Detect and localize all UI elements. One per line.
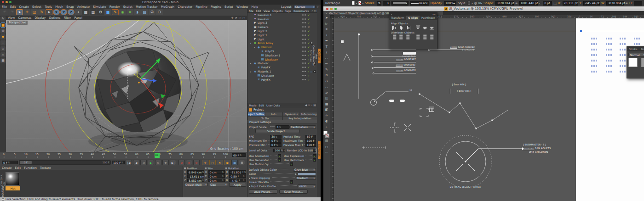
lasso-tool-icon[interactable]: ≀ [324,33,330,39]
dropdown[interactable]: sRGB▾ [298,184,316,188]
stepper-icon[interactable]: ⇅ [279,126,281,128]
selection-tool-icon[interactable]: ➤ [324,15,330,21]
align-top-icon[interactable] [416,26,420,30]
w-field[interactable]: 3070.904 pt [606,1,624,6]
enable-toggles[interactable] [302,26,307,28]
twirl-icon[interactable]: ▸ [249,176,250,179]
viewport-zoom-icon[interactable]: ◱ [239,16,242,19]
enable-toggles[interactable] [302,39,307,40]
polygons-mode-icon[interactable]: △ [0,52,6,57]
blend-mode-select[interactable]: Normal▾ [628,53,644,56]
shape-width-field[interactable]: 3070.914 pt [495,1,514,6]
om-menu-view[interactable]: View [264,9,270,12]
menu-item-animate[interactable]: Animate [77,5,90,9]
stepper-icon[interactable]: ⇅ [276,140,278,142]
menu-item-motion-tracker[interactable]: Motion Tracker [136,5,158,9]
object-row-displacer[interactable]: ▤Displacer✓ [247,73,321,78]
apply-button[interactable]: Apply [229,183,246,187]
rotate-tool-icon[interactable]: ↻ [324,73,330,78]
make-editable-icon[interactable]: ✎ [0,17,6,22]
stepper-icon[interactable]: ⇅ [284,149,286,152]
guide-line[interactable] [334,31,644,31]
vertical-ruler[interactable] [330,18,334,201]
goto-end-button[interactable]: ▶| [170,160,176,165]
object-row-polyfx[interactable]: ✳PolyFX✓ [247,65,321,69]
horizontal-ruler[interactable]: 8287927567206846486125765405044684323963… [334,15,644,18]
checkbox[interactable]: ✓ [278,154,281,157]
document-setup-icon[interactable]: ◍ [474,1,477,5]
om-search-icon[interactable]: ⌕ [311,9,313,12]
enabled-check[interactable]: ✓ [307,41,310,45]
range-handle[interactable]: 0 F [20,161,32,164]
preferences-icon[interactable]: ⊞▾ [478,1,482,5]
stepper-icon[interactable]: ⇅ [276,135,277,138]
mask-thumbnail[interactable] [641,58,644,67]
link-icon[interactable]: ∞ [625,1,628,5]
object-row-polyfx[interactable]: ✳PolyFX✓ [247,78,321,82]
enabled-check[interactable]: ✕ [307,25,310,28]
stepper-icon[interactable]: ⇅ [222,171,224,173]
object-row-light-2[interactable]: ◤Light.2✓ [247,29,321,33]
value-field[interactable]: -4.41 °⇅ [229,179,246,182]
side-tab-structure[interactable]: Structure [310,47,312,65]
object-row-random-1[interactable]: ✦Random.1✓ [247,13,321,17]
enable-toggles[interactable] [302,50,307,52]
x-field[interactable]: 20.111 pt [563,1,578,6]
align-v-center-icon[interactable] [423,26,427,30]
align-h-center-icon[interactable] [399,26,403,30]
attr-lock-icon[interactable]: ⚿ [308,103,310,107]
simulate-icon[interactable]: ❋ [126,9,133,15]
record-scale-button[interactable]: ⊘ [186,160,192,165]
pen-tool-icon[interactable]: ✒ [324,38,330,44]
distribute-h-center-icon[interactable] [423,35,427,39]
checkbox[interactable]: ✓ [290,162,293,166]
object-thumbnail[interactable] [628,58,638,67]
volume-icon[interactable]: ◗ [134,9,141,15]
close-button[interactable] [2,1,4,3]
value-field[interactable]: 6.845 cm⇅ [187,170,204,174]
viewport-menu-filter[interactable]: Filter [63,16,71,20]
stroke-weight-stepper[interactable]: ⇅ [377,1,381,6]
side-tab-objects[interactable]: Objects [318,49,321,64]
shape-height-field[interactable]: 1801.448 pt [519,1,538,6]
ai-titlebar[interactable]: Ai UI_Vectors.ai @ 153.15% (CMYK/GPU Pre… [323,6,644,11]
points-mode-icon[interactable]: ∴ [0,40,6,45]
object-row-platonic-1[interactable]: ▸◈Platonic.1✓∷ [247,69,321,73]
timeline-options-button[interactable]: ☰ [239,160,245,165]
texture-tag[interactable] [313,70,316,73]
viewport-maximize-icon[interactable]: ▢ [242,16,245,19]
attr-search-icon[interactable]: ⌕ [311,103,312,107]
viewport-menu-display[interactable]: Display [34,16,46,20]
object-row-camera[interactable]: ▣Camera✕ [247,25,321,29]
object-row-light[interactable]: ◤Light✓ [247,37,321,41]
enabled-check[interactable]: ✓ [307,66,310,69]
enable-toggles[interactable] [302,75,307,76]
zoom-button[interactable] [334,8,337,10]
enable-toggles[interactable] [302,14,307,16]
menu-item-sculpt[interactable]: Sculpt [123,5,132,9]
stroke-swatch[interactable] [358,1,361,5]
panel-tab-transform[interactable]: Transform [389,16,406,20]
scale-tool-icon[interactable]: ↔ [324,78,330,84]
menu-item-window[interactable]: Window [236,5,248,9]
panel-tab-align[interactable]: ⇅ Align [406,16,420,20]
mograph-icon[interactable]: ◉ [119,9,126,15]
line-segment-tool-icon[interactable]: ∕ [324,50,330,56]
eyedropper-tool-icon[interactable]: ✧ [324,113,330,119]
stroke-swatch[interactable] [325,134,329,138]
viewport[interactable]: ViewCamerasDisplayOptionsFilterPanel ✛ ⟳… [6,16,247,152]
value-field[interactable]: 100 %⇅ [273,149,285,152]
enable-toggles[interactable] [302,71,307,72]
enable-toggles[interactable] [302,34,307,36]
menu-item-mograph[interactable]: MoGraph [161,5,175,9]
link-dimensions-icon[interactable]: ∞ [515,1,518,5]
enable-toggles[interactable] [302,30,307,32]
checkbox[interactable]: ✓ [278,158,281,162]
load-preset-button[interactable]: Load Preset... [249,190,277,194]
model-mode-icon[interactable]: ■ [0,22,6,28]
value-field[interactable]: 69 F [305,135,316,139]
value-field[interactable]: -13.611 cm⇅ [187,174,204,178]
material-menu-texture[interactable]: Texture [40,166,51,170]
search-icon[interactable]: ⌕ [317,5,319,9]
menu-item-mesh[interactable]: Mesh [55,5,63,9]
